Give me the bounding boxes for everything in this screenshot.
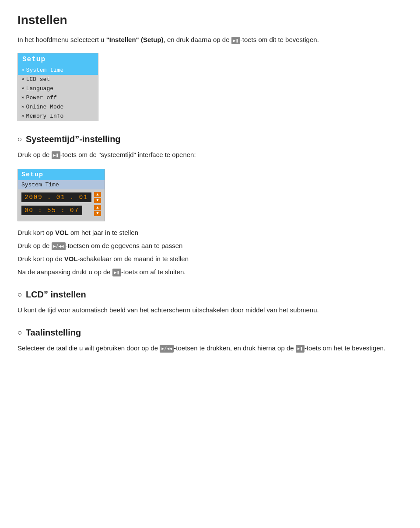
setup-menu-item-language: » Language bbox=[18, 84, 98, 93]
forward-icon: ▶/◀◀ bbox=[160, 345, 174, 353]
system-time-section: Systeemtijd”-instelling Druk op de ▶❚-to… bbox=[18, 134, 402, 277]
date-row: 2009 . 01 . 01 ▲ ▼ bbox=[21, 192, 101, 203]
setup-menu-label: System time bbox=[26, 67, 64, 73]
play-pause-icon: ▶❚ bbox=[231, 37, 240, 44]
time-down-arrow: ▼ bbox=[94, 211, 101, 216]
chevron-icon: » bbox=[21, 86, 24, 91]
language-heading: Taalinstelling bbox=[18, 328, 402, 338]
setup-menu-label: LCD set bbox=[26, 76, 50, 83]
setup-menu-label: Memory info bbox=[26, 113, 64, 119]
date-display: 2009 . 01 . 01 bbox=[21, 192, 91, 202]
system-time-instruction-3: Druk kort op de VOL-schakelaar om de maa… bbox=[18, 254, 402, 264]
page-title: Instellen bbox=[18, 13, 402, 27]
chevron-icon: » bbox=[21, 95, 24, 100]
date-down-arrow: ▼ bbox=[94, 198, 101, 203]
time-up-arrow: ▲ bbox=[94, 205, 101, 210]
lcd-text: U kunt de tijd voor automatisch beeld va… bbox=[18, 305, 402, 315]
date-up-arrow: ▲ bbox=[94, 192, 101, 197]
language-text: Selecteer de taal die u wilt gebruiken d… bbox=[18, 343, 402, 353]
system-time-screen-body: 2009 . 01 . 01 ▲ ▼ 00 : 55 : 07 ▲ ▼ bbox=[18, 189, 105, 221]
setup-menu-label: Online Mode bbox=[26, 104, 64, 110]
lcd-section: LCD” instellen U kunt de tijd voor autom… bbox=[18, 290, 402, 315]
play-pause-icon: ▶❚ bbox=[296, 345, 304, 353]
system-time-instruction-4: Na de aanpassing drukt u op de ▶❚-toets … bbox=[18, 267, 402, 277]
chevron-icon: » bbox=[21, 67, 24, 73]
system-time-heading: Systeemtijd”-instelling bbox=[18, 134, 402, 144]
setup-menu-item-online-mode: » Online Mode bbox=[18, 102, 98, 112]
system-time-screen: Setup System Time 2009 . 01 . 01 ▲ ▼ 00 … bbox=[18, 169, 105, 221]
system-time-screen-title: Setup bbox=[18, 169, 105, 180]
setup-menu-item-power-off: » Power off bbox=[18, 93, 98, 102]
setup-menu-title: Setup bbox=[18, 53, 98, 66]
time-display: 00 : 55 : 07 bbox=[21, 206, 82, 215]
setup-menu: Setup » System time » LCD set » Language… bbox=[18, 53, 98, 121]
setup-menu-item-system-time: » System time bbox=[18, 66, 98, 75]
time-row: 00 : 55 : 07 ▲ ▼ bbox=[21, 205, 101, 216]
chevron-icon: » bbox=[21, 104, 24, 109]
chevron-icon: » bbox=[21, 77, 24, 82]
lcd-heading: LCD” instellen bbox=[18, 290, 402, 300]
system-time-instruction-1: Druk kort op VOL om het jaar in te stell… bbox=[18, 227, 402, 238]
setup-menu-item-lcd-set: » LCD set bbox=[18, 75, 98, 84]
play-pause-icon: ▶❚ bbox=[112, 269, 121, 276]
play-pause-icon: ▶❚ bbox=[52, 151, 60, 159]
setup-menu-item-memory-info: » Memory info bbox=[18, 112, 98, 121]
language-section: Taalinstelling Selecteer de taal die u w… bbox=[18, 328, 402, 353]
date-arrows: ▲ ▼ bbox=[94, 192, 101, 203]
time-arrows: ▲ ▼ bbox=[94, 205, 101, 216]
system-time-intro: Druk op de ▶❚-toets om de "systeemtijd" … bbox=[18, 150, 402, 160]
setup-menu-label: Power off bbox=[26, 94, 57, 101]
system-time-instruction-2: Druk op de ▶/◀◀-toetsen om de gegevens a… bbox=[18, 241, 402, 251]
forward-rewind-icon: ▶/◀◀ bbox=[52, 242, 66, 250]
system-time-screen-subtitle: System Time bbox=[18, 180, 105, 189]
setup-menu-label: Language bbox=[26, 85, 53, 92]
chevron-icon: » bbox=[21, 113, 24, 119]
intro-text: In het hoofdmenu selecteert u "Instellen… bbox=[18, 35, 402, 45]
